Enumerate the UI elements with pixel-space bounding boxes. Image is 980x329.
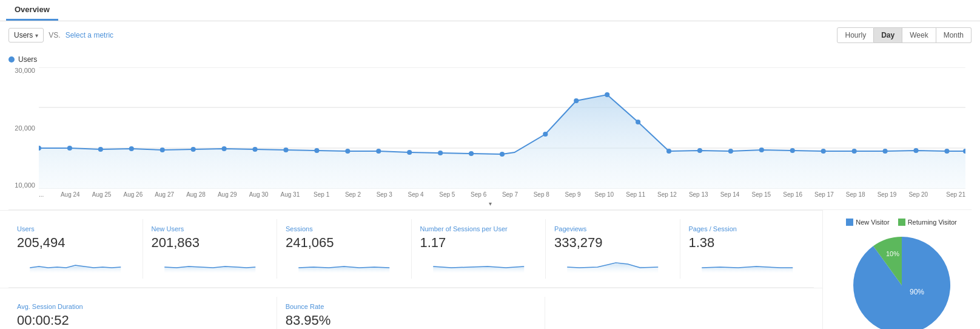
x-label-29: Sep 21 (934, 191, 965, 198)
pie-chart-svg: 90% 10% (847, 231, 956, 329)
returning-visitor-label: Returning Visitor (908, 219, 957, 226)
svg-point-19 (500, 152, 505, 157)
metric-card-avg-session: Avg. Session Duration 00:00:52 (8, 297, 277, 329)
expand-icon: ▾ (489, 200, 492, 207)
metric-dropdown-label: Users (14, 31, 33, 39)
svg-point-27 (759, 148, 764, 152)
metric-title-new-users[interactable]: New Users (152, 225, 269, 232)
x-label-16: Sep 8 (526, 191, 557, 198)
metrics-row2: Avg. Session Duration 00:00:52 Bounce Ra… (0, 288, 822, 329)
svg-point-28 (790, 148, 795, 153)
metric-card-sessions: Sessions 241,065 (277, 219, 412, 279)
dropdown-arrow-icon: ▾ (35, 32, 38, 39)
x-label-26: Sep 18 (840, 191, 871, 198)
metric-sparkline-sessions-per-user (420, 254, 537, 273)
x-label-0: ... (39, 191, 55, 198)
svg-point-24 (666, 149, 671, 154)
tab-overview[interactable]: Overview (6, 0, 58, 21)
x-label-24: Sep 16 (777, 191, 808, 198)
time-btn-month[interactable]: Month (936, 27, 972, 43)
svg-point-23 (636, 120, 640, 124)
svg-point-15 (376, 149, 381, 154)
x-label-28: Sep 20 (902, 191, 934, 198)
x-label-14: Sep 6 (463, 191, 494, 198)
svg-point-30 (852, 149, 857, 154)
x-label-7: Aug 30 (243, 191, 275, 198)
metric-title-bounce-rate[interactable]: Bounce Rate (286, 303, 537, 310)
x-label-4: Aug 27 (149, 191, 180, 198)
x-label-9: Sep 1 (306, 191, 337, 198)
metric-title-users[interactable]: Users (17, 225, 134, 232)
metrics-row: Users 205,494 New Users 201,863 (0, 210, 822, 287)
svg-point-5 (67, 146, 72, 151)
x-axis: ... Aug 24 Aug 25 Aug 26 Aug 27 Aug 28 A… (39, 189, 965, 198)
metric-card-users: Users 205,494 (8, 219, 143, 279)
y-axis: 30,000 20,000 10,000 (8, 67, 38, 189)
pie-chart-container: 90% 10% (847, 231, 956, 329)
metric-title-sessions-per-user[interactable]: Number of Sessions per User (420, 225, 537, 232)
chart-container (39, 67, 965, 189)
legend-dot (8, 56, 15, 63)
time-btn-week[interactable]: Week (902, 27, 936, 43)
svg-point-16 (407, 150, 412, 155)
chart-legend: Users (8, 55, 972, 64)
metric-sparkline-pageviews (554, 254, 671, 273)
metric-value-bounce-rate: 83.95% (286, 313, 537, 328)
svg-point-33 (944, 149, 949, 154)
x-label-19: Sep 11 (620, 191, 651, 198)
metric-value-new-users: 201,863 (152, 235, 269, 251)
svg-point-18 (469, 151, 474, 156)
new-visitor-label: New Visitor (856, 219, 889, 226)
metric-title-pages-session[interactable]: Pages / Session (689, 225, 806, 232)
svg-point-13 (314, 148, 319, 153)
tab-bar: Overview (0, 0, 980, 21)
svg-point-22 (605, 92, 609, 97)
metric-title-sessions[interactable]: Sessions (286, 225, 403, 232)
metric-value-sessions-per-user: 1.17 (420, 235, 537, 251)
chart-svg (39, 67, 965, 189)
x-label-21: Sep 13 (683, 191, 714, 198)
metric-value-users: 205,494 (17, 235, 134, 251)
x-label-22: Sep 14 (714, 191, 746, 198)
pie-label-90: 90% (909, 288, 924, 296)
svg-point-20 (543, 132, 548, 137)
time-buttons: Hourly Day Week Month (837, 27, 972, 43)
y-label-10k: 10,000 (8, 182, 35, 189)
x-label-27: Sep 19 (871, 191, 903, 198)
metric-value-pageviews: 333,279 (554, 235, 671, 251)
select-metric-link[interactable]: Select a metric (65, 31, 113, 39)
svg-point-14 (345, 149, 350, 154)
svg-point-11 (252, 147, 257, 152)
metric-title-pageviews[interactable]: Pageviews (554, 225, 671, 232)
x-label-8: Aug 31 (274, 191, 306, 198)
svg-point-29 (821, 149, 826, 154)
svg-point-12 (283, 148, 288, 152)
pie-label-10: 10% (885, 250, 899, 257)
svg-point-10 (222, 146, 227, 151)
metric-card-new-users: New Users 201,863 (143, 219, 278, 279)
metric-dropdown[interactable]: Users ▾ (8, 28, 44, 42)
x-label-3: Aug 26 (117, 191, 149, 198)
svg-point-6 (98, 147, 103, 152)
vs-label: VS. (49, 31, 60, 39)
metric-sparkline-pages-session (689, 254, 806, 273)
x-label-5: Aug 28 (180, 191, 212, 198)
time-btn-day[interactable]: Day (874, 27, 902, 43)
metric-card-pages-session: Pages / Session 1.38 (680, 219, 814, 279)
metric-title-avg-session[interactable]: Avg. Session Duration (17, 303, 268, 310)
legend-new-visitor: New Visitor (846, 219, 889, 226)
svg-point-31 (882, 149, 887, 154)
metric-value-sessions: 241,065 (286, 235, 403, 251)
metric-card-pageviews: Pageviews 333,279 (546, 219, 680, 279)
time-btn-hourly[interactable]: Hourly (837, 27, 874, 43)
y-label-20k: 20,000 (8, 125, 35, 132)
metric-card-bounce-rate: Bounce Rate 83.95% (277, 297, 546, 329)
metric-card-sessions-per-user: Number of Sessions per User 1.17 (412, 219, 546, 279)
metric-value-avg-session: 00:00:52 (17, 313, 268, 328)
expand-button[interactable]: ▾ (8, 200, 972, 207)
legend-label: Users (18, 55, 37, 64)
svg-point-8 (160, 148, 165, 152)
new-visitor-color (846, 219, 853, 226)
x-label-10: Sep 2 (337, 191, 369, 198)
svg-point-9 (191, 147, 196, 152)
